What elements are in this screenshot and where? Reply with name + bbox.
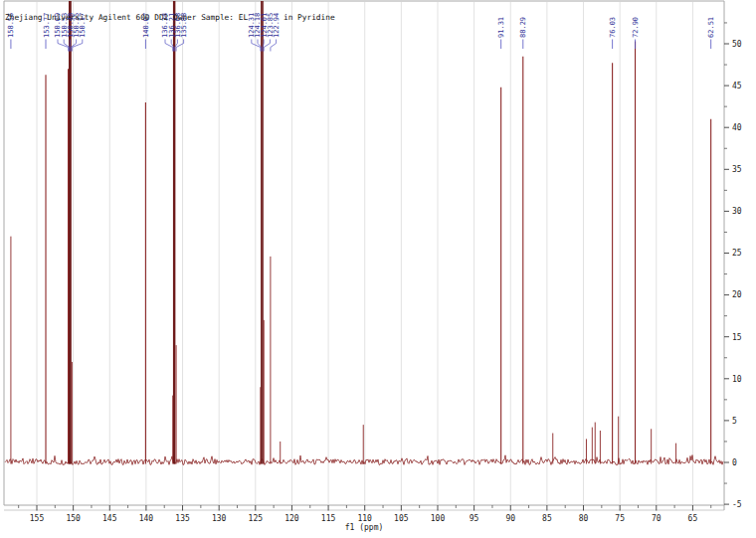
x-tick-label: 135 [175,514,190,523]
y-tick-label: 40 [732,123,742,132]
x-tick-label: 75 [615,514,625,523]
peak-label-bracket [64,40,70,52]
axes: 1551501451401351301251201151101051009590… [19,23,742,523]
plot-frame [4,1,724,510]
peak-label: 91.31 [497,17,505,38]
x-tick-label: 125 [249,514,264,523]
x-tick-label: 150 [66,514,81,523]
y-tick-label: 50 [732,40,742,49]
peak-label-bracket [264,40,270,52]
spectrum-title-solvent: in Pyridine [284,13,335,22]
y-tick-label: 35 [732,165,742,174]
x-tick-label: 105 [394,514,409,523]
x-tick-label: 85 [542,514,552,523]
y-tick-label: 30 [732,207,742,216]
x-tick-label: 115 [321,514,336,523]
peak-label: 76.03 [609,17,617,38]
x-axis-label: f1 (ppm) [345,523,384,532]
x-tick-label: 90 [505,514,515,523]
y-tick-label: 15 [732,333,742,342]
x-tick-label: 120 [284,514,299,523]
x-tick-label: 100 [431,514,446,523]
spectrum-plot-area[interactable]: 1551501451401351301251201151101051009590… [0,0,756,538]
y-tick-label: 0 [732,458,737,467]
y-tick-label: 10 [732,375,742,384]
spectrum-title: Zhejiang University Agilent 600 DD2 Owne… [5,13,248,22]
x-tick-label: 65 [688,514,698,523]
y-tick-label: 25 [732,249,742,258]
x-tick-label: 95 [470,514,479,523]
x-tick-label: 110 [357,514,372,523]
x-tick-label: 80 [579,514,589,523]
x-tick-label: 145 [102,514,117,523]
x-tick-label: 130 [212,514,227,523]
x-tick-label: 155 [30,514,45,523]
peak-label: 62.51 [707,17,715,38]
peak-label: 72.90 [632,17,640,38]
gridlines [37,2,692,504]
spectrum-trace [5,1,723,465]
noise-baseline [5,455,723,465]
y-tick-label: 5 [732,417,737,426]
nmr-spectrum-window: 1551501451401351301251201151101051009590… [0,0,756,538]
peak-label-bracket [271,40,277,52]
y-tick-label: -5 [732,500,742,509]
y-tick-label: 45 [732,82,742,90]
peak-label: 88.29 [519,17,527,38]
x-tick-label: 140 [139,514,154,523]
peak-label: 122.94 [273,13,281,38]
x-tick-label: 70 [652,514,662,523]
y-tick-label: 20 [732,290,742,299]
